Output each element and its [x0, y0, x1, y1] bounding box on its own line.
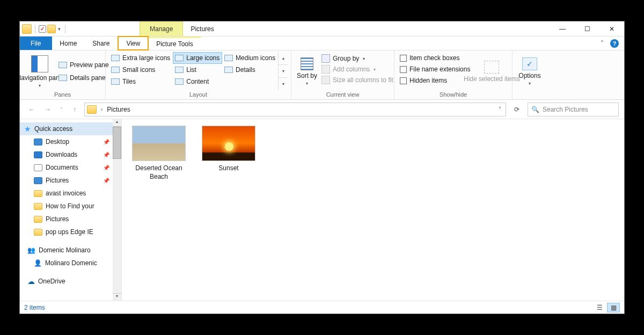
- label: Desktop: [46, 138, 69, 145]
- address-bar[interactable]: › Pictures ˅: [84, 103, 506, 116]
- tree-user-molinaro[interactable]: 👤Molinaro Domenic: [20, 257, 113, 270]
- label: Details: [236, 66, 255, 74]
- tree-how-to-find[interactable]: How to Find your: [20, 200, 113, 213]
- tree-popups-edge[interactable]: pop ups Edge IE: [20, 225, 113, 238]
- hide-selected-items-button[interactable]: Hide selected items: [472, 52, 511, 90]
- user-icon: 👤: [34, 259, 42, 267]
- file-list[interactable]: Deserted Ocean Beach Sunset: [122, 119, 624, 301]
- sort-by-button[interactable]: Sort by ▾: [295, 52, 319, 90]
- folder-icon: [34, 229, 42, 236]
- item-checkboxes-toggle[interactable]: Item check boxes: [398, 53, 472, 63]
- tab-view[interactable]: View: [118, 36, 149, 50]
- layout-medium-icons[interactable]: Medium icons: [222, 52, 278, 64]
- layout-content[interactable]: Content: [173, 76, 222, 88]
- label: File name extensions: [409, 65, 470, 73]
- label: Hide selected items: [464, 75, 520, 83]
- back-button[interactable]: ←: [25, 103, 38, 116]
- ribbon-group-options: ✓ Options ▾: [513, 50, 547, 99]
- tree-downloads[interactable]: Downloads📌: [20, 148, 113, 161]
- folder-icon: [87, 105, 97, 114]
- search-placeholder: Search Pictures: [543, 106, 588, 113]
- scroll-up-button[interactable]: ▴: [113, 119, 121, 127]
- label: avast invoices: [46, 190, 86, 197]
- options-icon: ✓: [522, 57, 537, 70]
- navigation-pane-button[interactable]: Navigation pane ▾: [23, 52, 56, 90]
- label: Small icons: [122, 66, 155, 74]
- recent-locations-button[interactable]: ˅: [57, 103, 65, 116]
- tree-scrollbar[interactable]: ▴ ▾: [113, 119, 121, 301]
- label: Size all columns to fit: [333, 76, 393, 84]
- forward-button[interactable]: →: [41, 103, 54, 116]
- scroll-down-button[interactable]: ▾: [279, 65, 288, 78]
- tree-pictures[interactable]: Pictures📌: [20, 174, 113, 187]
- medium-icons-icon: [224, 55, 233, 61]
- qat-customize-dropdown[interactable]: ▾: [57, 26, 62, 32]
- file-item[interactable]: Deserted Ocean Beach: [129, 126, 188, 181]
- file-extensions-toggle[interactable]: File name extensions: [398, 64, 472, 74]
- qat-properties-icon[interactable]: ✓: [39, 25, 46, 33]
- ribbon-group-current-view: Sort by ▾ Group by▾ Add columns▾ Size al…: [291, 50, 394, 99]
- scroll-down-button[interactable]: ▾: [113, 293, 121, 301]
- tree-desktop[interactable]: Desktop📌: [20, 135, 113, 148]
- label: OneDrive: [38, 278, 65, 285]
- cloud-icon: ☁: [27, 277, 35, 286]
- history-dropdown-button[interactable]: ˅: [496, 106, 503, 112]
- layout-large-icons[interactable]: Large icons: [173, 52, 222, 64]
- label: Extra large icons: [122, 54, 170, 62]
- group-by-button[interactable]: Group by▾: [319, 53, 396, 64]
- tree-avast-invoices[interactable]: avast invoices: [20, 187, 113, 200]
- collapse-ribbon-button[interactable]: ˄: [601, 40, 604, 47]
- tab-home[interactable]: Home: [52, 37, 85, 50]
- layout-extra-large-icons[interactable]: Extra large icons: [109, 52, 173, 64]
- navigation-pane-icon: [31, 55, 48, 72]
- group-label: Panes: [23, 90, 102, 99]
- add-columns-button[interactable]: Add columns▾: [319, 64, 396, 75]
- tree-pictures-2[interactable]: Pictures: [20, 213, 113, 225]
- close-button[interactable]: ✕: [599, 21, 624, 36]
- maximize-button[interactable]: ☐: [575, 21, 599, 36]
- hidden-items-toggle[interactable]: Hidden items: [398, 76, 472, 85]
- help-button[interactable]: ?: [610, 39, 619, 48]
- scroll-up-button[interactable]: ▴: [279, 52, 288, 65]
- minimize-button[interactable]: —: [550, 21, 575, 36]
- chevron-down-icon: ▾: [362, 56, 365, 61]
- tree-documents[interactable]: Documents📌: [20, 161, 113, 174]
- breadcrumb-segment[interactable]: Pictures: [107, 106, 130, 113]
- search-box[interactable]: 🔍 Search Pictures: [528, 103, 619, 116]
- qat-newfolder-icon[interactable]: [47, 25, 56, 33]
- expand-gallery-button[interactable]: ▾: [279, 78, 288, 90]
- folder-icon: [34, 216, 42, 223]
- scrollbar-thumb[interactable]: [113, 127, 121, 159]
- preview-pane-button[interactable]: Preview pane: [56, 60, 111, 70]
- label: Item check boxes: [409, 54, 459, 62]
- layout-small-icons[interactable]: Small icons: [109, 64, 173, 76]
- tab-file[interactable]: File: [20, 37, 52, 50]
- file-item[interactable]: Sunset: [199, 126, 258, 173]
- label: Medium icons: [236, 54, 275, 62]
- label: pop ups Edge IE: [46, 228, 93, 236]
- options-button[interactable]: ✓ Options ▾: [516, 52, 544, 90]
- label: How to Find your: [46, 202, 94, 210]
- details-pane-button[interactable]: Details pane: [56, 73, 111, 83]
- thumbnails-view-button[interactable]: ▦: [607, 303, 620, 312]
- tree-quick-access[interactable]: ★Quick access: [20, 122, 113, 135]
- layout-tiles[interactable]: Tiles: [109, 76, 173, 88]
- tree-onedrive[interactable]: ☁OneDrive: [20, 275, 113, 288]
- group-label: Show/hide: [398, 90, 509, 99]
- layout-list[interactable]: List: [173, 64, 222, 76]
- tree-user-domenic[interactable]: 👥Domenic Molinaro: [20, 244, 113, 257]
- label: Preview pane: [70, 61, 109, 69]
- label: Domenic Molinaro: [39, 246, 91, 254]
- context-tab-manage[interactable]: Manage: [140, 21, 183, 36]
- up-button[interactable]: ↑: [68, 103, 81, 116]
- details-view-button[interactable]: ☰: [593, 303, 606, 312]
- list-icon: [175, 67, 184, 73]
- size-columns-button[interactable]: Size all columns to fit: [319, 75, 396, 85]
- refresh-button[interactable]: ⟳: [509, 106, 524, 113]
- documents-icon: [34, 164, 42, 171]
- tab-picture-tools[interactable]: Picture Tools: [149, 37, 201, 50]
- file-name: Deserted Ocean Beach: [129, 164, 188, 181]
- tab-share[interactable]: Share: [85, 37, 118, 50]
- label: Group by: [333, 55, 359, 62]
- layout-details[interactable]: Details: [222, 64, 278, 76]
